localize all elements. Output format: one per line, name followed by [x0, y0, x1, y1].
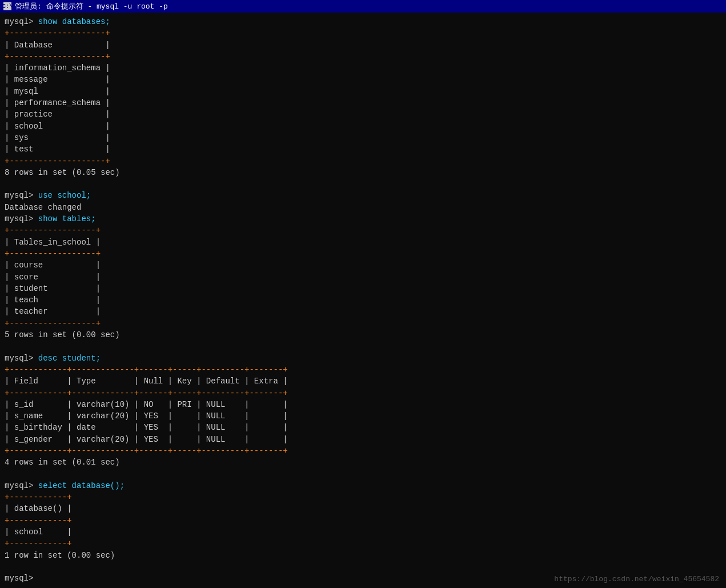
- terminal-line: mysql> desc student;: [5, 353, 721, 364]
- terminal-line: mysql> select database();: [5, 480, 721, 491]
- terminal-line: | s_gender | varchar(20) | YES | | NULL …: [5, 434, 721, 445]
- terminal-line: +------------+: [5, 515, 721, 526]
- terminal-line: +------------+-------------+------+-----…: [5, 387, 721, 399]
- terminal-content: mysql> show databases;+-----------------…: [0, 13, 726, 588]
- watermark: https://blog.csdn.net/weixin_45654582: [554, 575, 719, 583]
- terminal-line: | teacher |: [5, 306, 721, 317]
- terminal-line: +------------------+: [5, 225, 721, 236]
- terminal-line: +------------------+: [5, 248, 721, 259]
- terminal-line: Database changed: [5, 202, 721, 213]
- terminal-line: 5 rows in set (0.00 sec): [5, 329, 721, 341]
- terminal-line: | teach |: [5, 294, 721, 306]
- terminal-line: | performance_schema |: [5, 97, 721, 109]
- terminal-line: | mysql |: [5, 86, 721, 97]
- terminal-line: 8 rows in set (0.05 sec): [5, 167, 721, 178]
- terminal-line: [5, 561, 721, 573]
- terminal-line: mysql> show tables;: [5, 213, 721, 225]
- terminal-line: +--------------------+: [5, 27, 721, 39]
- terminal-line: | s_name | varchar(20) | YES | | NULL | …: [5, 410, 721, 422]
- terminal-line: 1 row in set (0.00 sec): [5, 550, 721, 561]
- terminal-line: +------------+: [5, 491, 721, 503]
- terminal-line: | school |: [5, 121, 721, 132]
- terminal-line: | message |: [5, 74, 721, 85]
- terminal-line: +------------+-------------+------+-----…: [5, 445, 721, 457]
- title-icon: C:\: [3, 2, 11, 10]
- title-bar: C:\ 管理员: 命令提示符 - mysql -u root -p: [0, 0, 726, 13]
- terminal-line: | practice |: [5, 109, 721, 120]
- terminal-line: +--------------------+: [5, 51, 721, 62]
- terminal-line: | score |: [5, 271, 721, 283]
- terminal-line: | Database |: [5, 39, 721, 51]
- terminal-line: | information_schema |: [5, 62, 721, 74]
- terminal-line: [5, 178, 721, 190]
- terminal-line: +--------------------+: [5, 155, 721, 167]
- terminal-line: | test |: [5, 143, 721, 155]
- terminal-line: +------------------+: [5, 318, 721, 329]
- terminal-line: mysql> use school;: [5, 190, 721, 201]
- terminal-line: | sys |: [5, 132, 721, 143]
- terminal-line: | s_id | varchar(10) | NO | PRI | NULL |…: [5, 399, 721, 410]
- terminal-line: | Tables_in_school |: [5, 237, 721, 248]
- terminal-line: [5, 469, 721, 480]
- terminal-line: | Field | Type | Null | Key | Default | …: [5, 375, 721, 387]
- terminal-line: +------------+-------------+------+-----…: [5, 364, 721, 375]
- terminal-line: +------------+: [5, 538, 721, 549]
- title-text: 管理员: 命令提示符 - mysql -u root -p: [15, 1, 168, 11]
- terminal-line: mysql> show databases;: [5, 16, 721, 27]
- terminal-line: | database() |: [5, 503, 721, 514]
- terminal-line: | student |: [5, 283, 721, 294]
- terminal-line: | course |: [5, 259, 721, 271]
- terminal-line: | s_birthday | date | YES | | NULL | |: [5, 422, 721, 433]
- terminal-line: [5, 341, 721, 352]
- terminal-line: 4 rows in set (0.01 sec): [5, 457, 721, 468]
- terminal-line: | school |: [5, 526, 721, 538]
